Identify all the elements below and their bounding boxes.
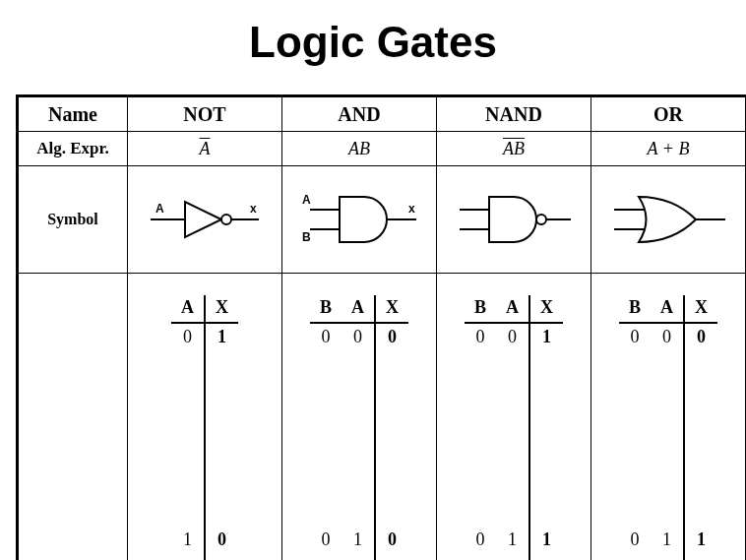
and-gate-icon: A B x <box>290 185 428 254</box>
or-gate-icon <box>599 185 737 254</box>
symbol-and: A B x <box>282 166 437 274</box>
gate-expr-and: AB <box>282 132 437 166</box>
not-gate-icon: A x <box>141 190 269 249</box>
symbol-not: A x <box>128 166 282 274</box>
gates-table: Name NOT AND NAND OR Alg. Expr. A AB AB … <box>16 94 746 560</box>
tt-not-h1: X <box>205 295 238 323</box>
truth-table-nand: B A X 001 011 101 110 <box>465 295 563 560</box>
and-input-a: A <box>302 193 311 207</box>
truth-nand: B A X 001 011 101 110 <box>437 274 591 561</box>
truth-or: B A X 000 011 101 111 <box>591 274 746 561</box>
svg-point-9 <box>536 215 546 224</box>
symbol-nand <box>437 166 591 274</box>
truth-and: B A X 000 010 100 111 <box>282 274 437 561</box>
truth-table-or: B A X 000 011 101 111 <box>619 295 717 560</box>
truth-table-and: B A X 000 010 100 111 <box>310 295 408 560</box>
svg-point-2 <box>221 215 231 224</box>
and-input-b: B <box>302 230 311 244</box>
not-output: x <box>250 202 257 216</box>
and-output: x <box>408 202 415 216</box>
gate-name-and: AND <box>282 96 437 132</box>
truth-table-not: A X 0 1 1 0 <box>171 295 238 560</box>
truth-not: A X 0 1 1 0 <box>128 274 282 561</box>
header-truth: Truth Table <box>18 274 128 561</box>
gate-name-not: NOT <box>128 96 282 132</box>
header-expr: Alg. Expr. <box>18 132 128 166</box>
gate-name-nand: NAND <box>437 96 591 132</box>
gate-expr-nand: AB <box>437 132 591 166</box>
not-input-a: A <box>155 202 164 216</box>
symbol-or <box>591 166 746 274</box>
header-name: Name <box>18 96 128 132</box>
gate-expr-not: A <box>128 132 282 166</box>
nand-gate-icon <box>445 185 583 254</box>
svg-marker-1 <box>185 202 221 237</box>
header-symbol: Symbol <box>18 166 128 274</box>
tt-not-h0: A <box>171 295 205 323</box>
gate-expr-or: A + B <box>591 132 746 166</box>
page-title: Logic Gates <box>0 0 746 81</box>
gate-name-or: OR <box>591 96 746 132</box>
